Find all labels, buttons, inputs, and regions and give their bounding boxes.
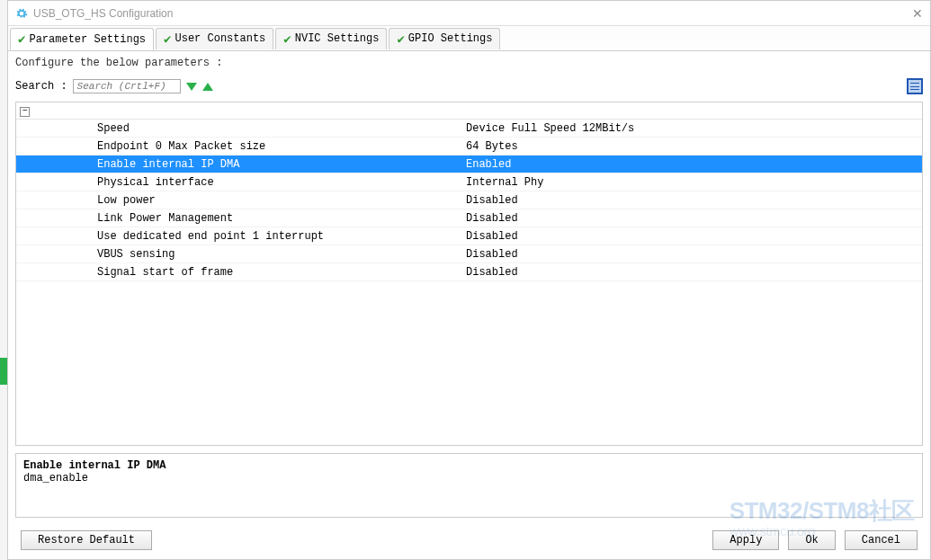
param-value: Internal Phy — [466, 176, 922, 189]
description-box: Enable internal IP DMA dma_enable — [15, 453, 923, 518]
tab-parameter-settings[interactable]: ✔Parameter Settings — [10, 28, 154, 50]
search-next-icon[interactable] — [186, 83, 197, 91]
table-row[interactable]: Link Power ManagementDisabled — [16, 209, 922, 227]
param-value: Disabled — [466, 212, 922, 225]
param-name: Physical interface — [16, 176, 466, 189]
tab-label: GPIO Settings — [408, 32, 493, 45]
param-name: VBUS sensing — [16, 248, 466, 261]
param-name: Link Power Management — [16, 212, 466, 225]
search-prev-icon[interactable] — [202, 83, 213, 91]
check-icon: ✔ — [283, 31, 291, 47]
tab-label: User Constants — [175, 32, 266, 45]
left-green-marker — [0, 358, 7, 385]
table-row[interactable]: Endpoint 0 Max Packet size64 Bytes — [16, 138, 922, 156]
param-value: Disabled — [466, 230, 922, 243]
window-title: USB_OTG_HS Configuration — [33, 7, 173, 20]
param-value: Disabled — [466, 248, 922, 261]
param-name: Use dedicated end point 1 interrupt — [16, 230, 466, 243]
table-row[interactable]: VBUS sensingDisabled — [16, 245, 922, 263]
params-panel: − SpeedDevice Full Speed 12MBit/sEndpoin… — [15, 102, 923, 446]
close-icon[interactable]: ✕ — [912, 6, 923, 21]
param-value: Enabled — [466, 158, 922, 171]
config-window: USB_OTG_HS Configuration ✕ ✔Parameter Se… — [7, 0, 931, 560]
table-row[interactable]: Signal start of frameDisabled — [16, 263, 922, 281]
search-bar: Search : — [8, 75, 930, 102]
config-subtitle: Configure the below parameters : — [8, 51, 930, 75]
param-name: Low power — [16, 194, 466, 207]
table-row[interactable]: Physical interfaceInternal Phy — [16, 173, 922, 191]
param-value: Disabled — [466, 194, 922, 207]
check-icon: ✔ — [18, 31, 25, 47]
tab-label: Parameter Settings — [29, 33, 146, 46]
table-row[interactable]: Enable internal IP DMAEnabled — [16, 156, 922, 173]
tab-nvic-settings[interactable]: ✔NVIC Settings — [275, 28, 387, 49]
param-value: 64 Bytes — [466, 140, 922, 153]
collapse-toggle-icon[interactable]: − — [20, 107, 30, 117]
param-name: Enable internal IP DMA — [16, 158, 466, 171]
table-row[interactable]: Low powerDisabled — [16, 191, 922, 209]
param-name: Speed — [16, 122, 466, 135]
tab-bar: ✔Parameter Settings✔User Constants✔NVIC … — [8, 26, 930, 51]
titlebar: USB_OTG_HS Configuration ✕ — [8, 1, 930, 26]
tab-label: NVIC Settings — [295, 32, 380, 45]
description-detail: dma_enable — [23, 472, 915, 484]
gear-icon — [15, 7, 28, 20]
param-table[interactable]: SpeedDevice Full Speed 12MBit/sEndpoint … — [16, 120, 922, 445]
list-view-icon[interactable] — [907, 78, 923, 94]
apply-button[interactable]: Apply — [712, 530, 779, 550]
search-label: Search : — [15, 80, 67, 93]
table-row[interactable]: Use dedicated end point 1 interruptDisab… — [16, 227, 922, 245]
search-input[interactable] — [73, 79, 181, 93]
table-row[interactable]: SpeedDevice Full Speed 12MBit/s — [16, 120, 922, 138]
left-decor-strip — [0, 0, 7, 560]
ok-button[interactable]: Ok — [788, 530, 835, 550]
param-name: Endpoint 0 Max Packet size — [16, 140, 466, 153]
param-value: Disabled — [466, 266, 922, 279]
cancel-button[interactable]: Cancel — [845, 530, 918, 550]
check-icon: ✔ — [164, 31, 171, 47]
collapse-header: − — [16, 102, 922, 120]
param-value: Device Full Speed 12MBit/s — [466, 122, 922, 135]
right-button-group: Apply Ok Cancel — [712, 530, 918, 550]
restore-default-button[interactable]: Restore Default — [21, 530, 152, 550]
check-icon: ✔ — [397, 31, 404, 47]
tab-gpio-settings[interactable]: ✔GPIO Settings — [389, 28, 500, 49]
param-name: Signal start of frame — [16, 266, 466, 279]
description-title: Enable internal IP DMA — [23, 459, 915, 472]
tab-user-constants[interactable]: ✔User Constants — [156, 28, 273, 49]
button-bar: Restore Default Apply Ok Cancel — [8, 525, 930, 559]
